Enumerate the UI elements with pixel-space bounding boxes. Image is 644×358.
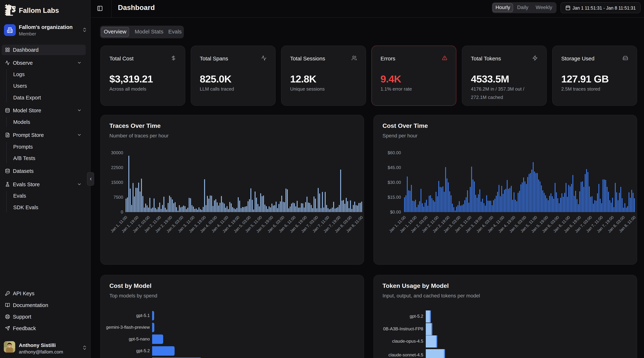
- svg-text:7500: 7500: [114, 195, 123, 200]
- svg-text:$15.00: $15.00: [388, 195, 401, 200]
- svg-text:30000: 30000: [111, 150, 123, 155]
- svg-text:15000: 15000: [111, 180, 123, 185]
- svg-text:$0.00: $0.00: [390, 209, 401, 214]
- svg-text:$45.00: $45.00: [388, 165, 401, 170]
- svg-text:22500: 22500: [111, 165, 123, 170]
- svg-text:$60.00: $60.00: [388, 150, 401, 155]
- svg-text:$30.00: $30.00: [388, 180, 401, 185]
- svg-text:0: 0: [121, 209, 123, 214]
